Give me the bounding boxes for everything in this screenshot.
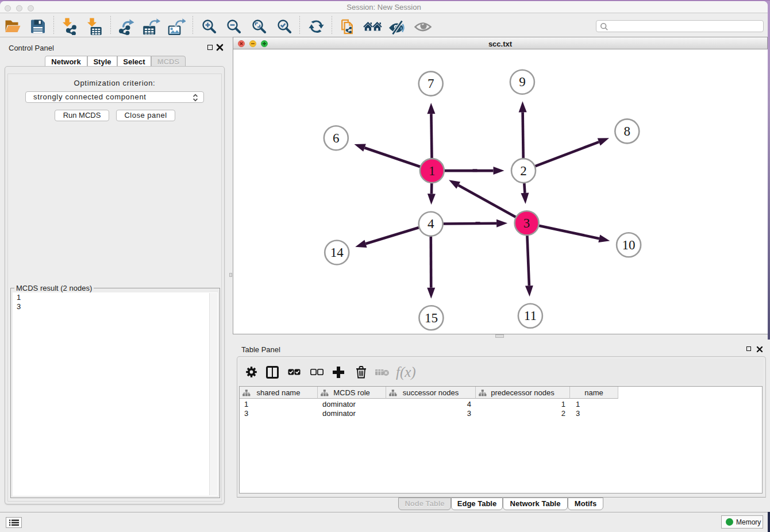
svg-text:6: 6	[333, 131, 340, 145]
svg-text:3: 3	[523, 216, 530, 230]
svg-text:14: 14	[330, 245, 344, 260]
svg-text:9: 9	[519, 75, 526, 89]
svg-text:7: 7	[428, 76, 434, 91]
svg-text:2: 2	[520, 164, 527, 178]
svg-text:11: 11	[524, 309, 537, 323]
svg-text:f(x): f(x)	[396, 364, 416, 380]
svg-text:1: 1	[429, 164, 436, 178]
svg-text:4: 4	[428, 217, 434, 231]
svg-text:10: 10	[622, 238, 636, 252]
svg-text:8: 8	[624, 124, 631, 138]
svg-text:15: 15	[425, 311, 438, 325]
